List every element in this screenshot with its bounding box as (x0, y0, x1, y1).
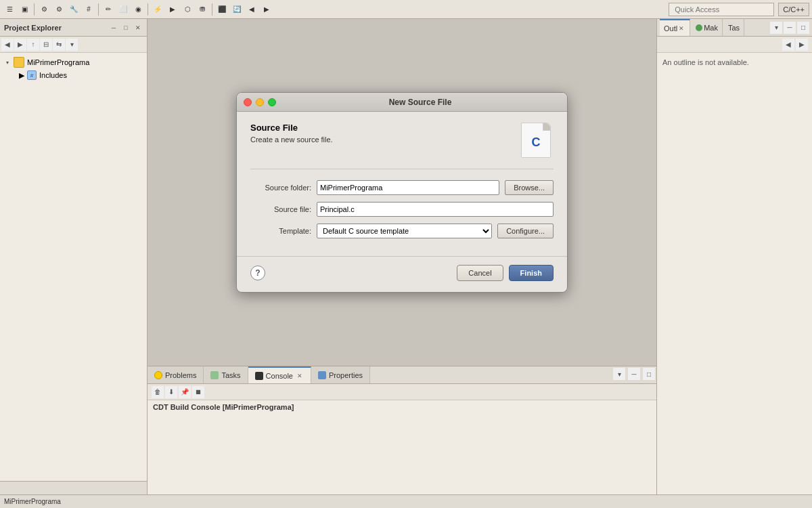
dialog-divider (250, 169, 554, 169)
bottom-panel-toolbar: 🗑 ⬇ 📌 ⏹ (148, 384, 656, 400)
toolbar-btn-6[interactable]: # (82, 3, 95, 16)
project-explorer-title: Project Explorer (4, 24, 106, 32)
quick-access-input[interactable] (669, 3, 774, 16)
minimize-left-icon[interactable]: ─ (109, 23, 118, 33)
template-select[interactable]: Default C source template (317, 224, 492, 238)
toolbar-btn-12[interactable]: ⬡ (181, 3, 194, 16)
tab-problems[interactable]: Problems (148, 366, 204, 383)
dialog-title: New Source File (280, 98, 560, 107)
source-file-label: Source file: (250, 205, 311, 213)
console-pin-icon[interactable]: 📌 (179, 386, 191, 398)
tab-tasks[interactable]: Tasks (204, 366, 248, 383)
link-editor-icon[interactable]: ⇆ (53, 39, 65, 51)
cancel-button[interactable]: Cancel (457, 265, 503, 281)
wizard-text: Source File Create a new source file. (250, 123, 510, 144)
console-stop-icon[interactable]: ⏹ (192, 386, 204, 398)
outline-message: An outline is not available. (662, 58, 749, 66)
tasks-label: Tasks (221, 371, 240, 379)
bottom-minimize-icon[interactable]: ─ (628, 368, 640, 380)
editor-area: New Source File Source File Create a new… (148, 19, 656, 366)
c-letter-label: C (532, 135, 541, 150)
toolbar-btn-16[interactable]: ◀ (245, 3, 258, 16)
dialog-close-btn[interactable] (244, 98, 252, 106)
tree-view-menu-icon[interactable]: ▾ (66, 39, 78, 51)
wizard-icon-area: C (518, 123, 554, 158)
properties-icon (318, 371, 326, 379)
tree-item-project[interactable]: ▾ MiPrimerPrograma (0, 56, 147, 69)
make-tab-label: Mak (704, 24, 718, 32)
console-clear-icon[interactable]: 🗑 (152, 386, 164, 398)
tasks-icon (210, 371, 219, 379)
dialog-titlebar: New Source File (237, 93, 567, 112)
left-panel-status (0, 481, 147, 494)
toolbar-btn-9[interactable]: ◉ (131, 3, 145, 16)
collapse-all-icon[interactable]: ⊟ (40, 39, 52, 51)
console-scroll-icon[interactable]: ⬇ (165, 386, 177, 398)
maximize-left-icon[interactable]: □ (121, 23, 131, 33)
tab-spacer (370, 366, 612, 383)
bottom-tabs: Problems Tasks Console ✕ Properties ▾ ─ (148, 366, 656, 384)
console-tab-close[interactable]: ✕ (296, 372, 304, 380)
tab-make[interactable]: Mak (692, 19, 723, 36)
project-tree: ▾ MiPrimerPrograma ▶ # Includes (0, 53, 147, 481)
tab-outline[interactable]: Outl ✕ (660, 19, 690, 36)
outline-back-icon[interactable]: ◀ (782, 39, 794, 51)
center-column: New Source File Source File Create a new… (148, 19, 656, 494)
tab-properties[interactable]: Properties (311, 366, 370, 383)
outline-content: An outline is not available. (657, 53, 812, 494)
toolbar-btn-7[interactable]: ✏ (102, 3, 115, 16)
dialog-max-btn[interactable] (268, 98, 276, 106)
toolbar-btn-4[interactable]: ⚙ (52, 3, 66, 16)
project-expand-icon: ▾ (4, 59, 11, 66)
bottom-maximize-icon[interactable]: □ (643, 368, 655, 380)
bottom-panel-menu-icon[interactable]: ▾ (613, 368, 625, 380)
wizard-header: Source File Create a new source file. C (250, 123, 554, 158)
toolbar-btn-11[interactable]: ▶ (166, 3, 179, 16)
right-panel-menu-icon[interactable]: ▾ (770, 22, 782, 34)
toolbar-sep-3 (148, 3, 148, 16)
source-file-input[interactable] (317, 202, 554, 217)
footer-buttons: Cancel Finish (457, 265, 554, 281)
toolbar-btn-17[interactable]: ▶ (260, 3, 273, 16)
make-icon (696, 24, 702, 31)
toolbar-sep-2 (98, 3, 99, 16)
includes-label: Includes (39, 71, 67, 79)
dialog-footer: ? Cancel Finish (237, 256, 567, 292)
problems-icon (154, 371, 162, 379)
project-explorer-toolbar: ◀ ▶ ↑ ⊟ ⇆ ▾ (0, 37, 147, 53)
toolbar-btn-2[interactable]: ▣ (18, 3, 31, 16)
tab-tasks-right[interactable]: Tas (724, 19, 744, 36)
toolbar-btn-3[interactable]: ⚙ (37, 3, 51, 16)
tab-console[interactable]: Console ✕ (248, 366, 311, 383)
source-folder-row: Source folder: Browse... (250, 180, 554, 195)
toolbar-btn-1[interactable]: ☰ (3, 3, 16, 16)
forward-icon[interactable]: ▶ (14, 39, 26, 51)
configure-button[interactable]: Configure... (497, 224, 554, 238)
toolbar-btn-15[interactable]: 🔄 (230, 3, 244, 16)
browse-button[interactable]: Browse... (505, 180, 554, 195)
up-icon[interactable]: ↑ (27, 39, 39, 51)
toolbar-btn-5[interactable]: 🔧 (67, 3, 81, 16)
right-panel-max-icon[interactable]: □ (797, 22, 809, 34)
right-panel: Outl ✕ Mak Tas ▾ ─ □ ◀ ▶ An outline is n… (656, 19, 812, 494)
right-panel-toolbar: ◀ ▶ (657, 37, 812, 53)
new-source-file-dialog: New Source File Source File Create a new… (236, 92, 568, 293)
dialog-min-btn[interactable] (256, 98, 264, 106)
source-folder-input[interactable] (317, 180, 499, 195)
toolbar-btn-8[interactable]: ⬜ (116, 3, 130, 16)
toolbar-btn-10[interactable]: ⚡ (151, 3, 164, 16)
outline-tab-close[interactable]: ✕ (677, 24, 685, 33)
outline-forward-icon[interactable]: ▶ (796, 39, 808, 51)
right-panel-min-icon[interactable]: ─ (784, 22, 796, 34)
close-left-icon[interactable]: ✕ (133, 23, 143, 33)
dialog-body: Source File Create a new source file. C (237, 112, 567, 256)
finish-button[interactable]: Finish (509, 265, 554, 281)
toolbar-btn-13[interactable]: ⛃ (196, 3, 209, 16)
help-button[interactable]: ? (250, 266, 265, 280)
console-icon (255, 372, 263, 380)
template-row: Template: Default C source template Conf… (250, 224, 554, 238)
perspective-cpp-button[interactable]: C/C++ (778, 3, 809, 16)
toolbar-btn-14[interactable]: ⬛ (215, 3, 229, 16)
tree-item-includes[interactable]: ▶ # Includes (0, 69, 147, 81)
back-icon[interactable]: ◀ (1, 39, 14, 51)
